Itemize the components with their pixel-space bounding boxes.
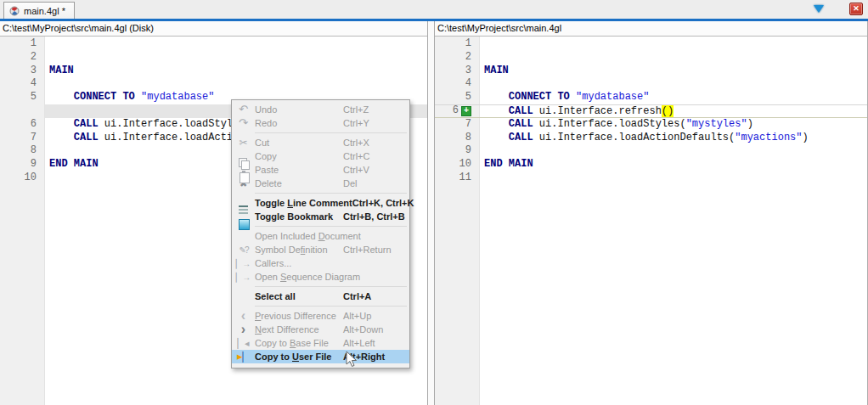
menu-item-label: Redo xyxy=(255,118,343,128)
code-text: CONNECT TO "mydatabase" xyxy=(480,91,867,104)
menu-item-symbol-definition[interactable]: Symbol DefinitionCtrl+Return xyxy=(232,243,409,256)
right-pane-header: C:\test\MyProject\src\main.4gl xyxy=(435,21,867,37)
menu-item-undo[interactable]: UndoCtrl+Z xyxy=(232,103,409,116)
code-text xyxy=(480,172,867,185)
code-text xyxy=(480,51,867,65)
menu-item-toggle-bookmark[interactable]: Toggle BookmarkCtrl+B, Ctrl+B xyxy=(232,210,409,223)
menu-item-shortcut: Del xyxy=(343,178,409,188)
previous-difference-icon xyxy=(232,310,255,323)
menu-item-toggle-line-comment[interactable]: Toggle Line CommentCtrl+K, Ctrl+K xyxy=(232,196,409,210)
code-text xyxy=(480,144,867,158)
pane-splitter[interactable] xyxy=(427,21,435,405)
line-number: 5 xyxy=(0,91,45,104)
context-menu: UndoCtrl+ZRedoCtrl+YCutCtrl+XCopyCtrl+CP… xyxy=(231,99,410,368)
redo-icon xyxy=(232,117,255,129)
undo-icon xyxy=(232,104,255,115)
menu-separator xyxy=(255,193,407,194)
code-line: 6+ CALL ui.Interface.refresh() xyxy=(435,104,867,118)
menu-item-open-sequence-diagram[interactable]: Open Sequence Diagram xyxy=(232,270,409,284)
menu-item-label: Callers... xyxy=(255,258,343,268)
menu-item-shortcut: Ctrl+B, Ctrl+B xyxy=(343,211,409,222)
added-line-plus-badge: + xyxy=(461,106,471,116)
line-number: 2 xyxy=(0,51,45,65)
code-line: 3MAIN xyxy=(435,65,867,78)
menu-item-shortcut: Alt+Down xyxy=(343,324,409,335)
menu-item-copy-to-base-file[interactable]: Copy to Base FileAlt+Left xyxy=(232,336,409,350)
menu-item-delete[interactable]: DeleteDel xyxy=(232,177,409,190)
code-line: 1 xyxy=(0,37,427,51)
line-number: 10 xyxy=(435,158,480,172)
menu-item-shortcut: Alt+Up xyxy=(343,311,409,321)
menu-separator xyxy=(255,306,407,307)
right-editor-lines: 123MAIN45 CONNECT TO "mydatabase"6+ CALL… xyxy=(435,37,867,185)
menu-item-redo[interactable]: RedoCtrl+Y xyxy=(232,116,409,130)
copy-to-user-icon xyxy=(232,351,255,363)
menu-item-copy[interactable]: CopyCtrl+C xyxy=(232,149,409,163)
line-number: 5 xyxy=(435,91,480,104)
code-text: CALL ui.Interface.loadActionDefaults("my… xyxy=(480,132,867,145)
menu-item-next-difference[interactable]: Next DifferenceAlt+Down xyxy=(232,323,409,336)
line-number xyxy=(0,104,45,118)
code-line: 2 xyxy=(0,51,427,65)
menu-item-label: Toggle Line Comment xyxy=(255,198,352,208)
code-line: 5 CONNECT TO "mydatabase" xyxy=(435,91,867,104)
menu-item-label: Open Sequence Diagram xyxy=(255,272,360,282)
code-line: 3MAIN xyxy=(0,65,427,78)
code-text: END MAIN xyxy=(480,158,867,172)
code-text xyxy=(45,77,427,91)
menu-separator xyxy=(255,286,407,287)
line-number: 3 xyxy=(435,65,480,78)
line-number: 10 xyxy=(0,172,45,185)
menu-item-open-included-document[interactable]: Open Included Document xyxy=(232,229,409,243)
code-line: 11 xyxy=(435,172,867,185)
menu-item-shortcut: Ctrl+C xyxy=(343,151,409,161)
menu-item-previous-difference[interactable]: Previous DifferenceAlt+Up xyxy=(232,309,409,323)
code-line: 8 CALL ui.Interface.loadActionDefaults("… xyxy=(435,132,867,145)
cut-icon xyxy=(232,137,255,149)
menu-item-shortcut: Alt+Left xyxy=(343,338,409,348)
line-number: 3 xyxy=(0,65,45,78)
line-number: 7 xyxy=(0,132,45,145)
menu-item-copy-to-user-file[interactable]: Copy to User FileAlt+Right xyxy=(232,350,409,363)
menu-item-label: Paste xyxy=(255,165,343,175)
line-number: 4 xyxy=(0,77,45,91)
code-text: CALL ui.Interface.loadStyles("mystyles") xyxy=(480,118,867,132)
dropdown-triangle-icon[interactable] xyxy=(814,5,824,13)
code-text: MAIN xyxy=(480,65,867,78)
symbol-definition-icon xyxy=(232,244,255,256)
sequence-diagram-icon xyxy=(232,271,255,284)
code-text: CALL ui.Interface.refresh() xyxy=(480,105,867,117)
menu-item-label: Open Included Document xyxy=(255,231,361,241)
menu-item-shortcut: Ctrl+Z xyxy=(343,104,409,115)
right-editor[interactable]: 123MAIN45 CONNECT TO "mydatabase"6+ CALL… xyxy=(435,37,867,405)
menu-item-label: Undo xyxy=(255,104,343,115)
line-number: 8 xyxy=(0,144,45,158)
code-line: 2 xyxy=(435,51,867,65)
menu-item-cut[interactable]: CutCtrl+X xyxy=(232,136,409,149)
menu-item-paste[interactable]: PasteCtrl+V xyxy=(232,163,409,177)
menu-item-label: Toggle Bookmark xyxy=(255,211,343,222)
callers-icon xyxy=(232,257,255,270)
code-line: 7 CALL ui.Interface.loadStyles("mystyles… xyxy=(435,118,867,132)
code-text xyxy=(480,37,867,51)
line-number: 4 xyxy=(435,77,480,91)
left-pane-header: C:\test\MyProject\src\main.4gl (Disk) xyxy=(0,21,427,37)
menu-item-label: Copy to Base File xyxy=(255,338,343,348)
menu-item-select-all[interactable]: Select allCtrl+A xyxy=(232,290,409,303)
line-number: 6+ xyxy=(435,105,480,117)
line-number: 2 xyxy=(435,51,480,65)
menu-item-label: Copy xyxy=(255,151,343,161)
close-icon[interactable]: ✕ xyxy=(849,3,863,15)
menu-item-shortcut: Ctrl+A xyxy=(343,291,409,301)
code-text xyxy=(480,77,867,91)
menu-item-shortcut: Ctrl+X xyxy=(343,138,409,148)
menu-item-callers[interactable]: Callers... xyxy=(232,256,409,270)
menu-item-label: Previous Difference xyxy=(255,311,343,321)
code-line: 10END MAIN xyxy=(435,158,867,172)
line-number: 1 xyxy=(435,37,480,51)
code-line: 9 xyxy=(435,144,867,158)
file-4gl-icon xyxy=(9,6,20,16)
tab-main-4gl[interactable]: main.4gl * xyxy=(3,2,75,19)
menu-item-label: Select all xyxy=(255,291,343,301)
menu-item-label: Delete xyxy=(255,178,343,188)
